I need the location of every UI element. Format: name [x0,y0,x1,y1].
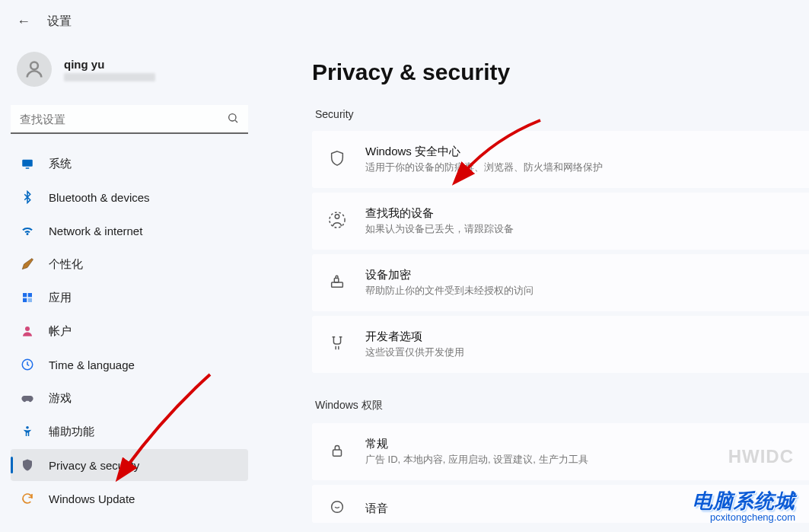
watermark: 电脑系统城 pcxitongcheng.com [693,490,795,523]
svg-rect-14 [334,278,339,282]
svg-rect-5 [28,293,32,297]
card-desc: 帮助防止你的文件受到未经授权的访问 [365,284,533,298]
accessibility-icon [20,425,35,438]
sidebar-item-apps[interactable]: 应用 [11,282,248,314]
svg-point-0 [30,62,38,69]
svg-point-16 [332,502,343,513]
person-icon [20,324,35,338]
apps-icon [20,291,35,304]
page-title: Privacy & security [312,59,809,85]
card-title: 语音 [365,502,388,516]
refresh-icon [20,492,35,505]
svg-point-11 [335,214,339,218]
sidebar-item-label: 应用 [49,291,72,305]
gamepad-icon [20,391,35,405]
sidebar-item-bluetooth[interactable]: Bluetooth & devices [11,181,248,213]
sidebar-item-label: 游戏 [49,391,72,406]
svg-rect-3 [26,167,30,169]
card-desc: 广告 ID, 本地内容, 应用启动, 设置建议, 生产力工具 [365,453,588,467]
brush-icon [20,257,35,271]
card-desc: 如果认为设备已丢失，请跟踪设备 [365,222,514,236]
card-title: Windows 安全中心 [365,145,603,159]
sidebar-item-system[interactable]: 系统 [11,148,248,180]
sidebar-item-label: 帐户 [49,324,72,339]
card-device-encryption[interactable]: 设备加密 帮助防止你的文件受到未经授权的访问 [312,254,809,311]
bluetooth-icon [20,190,35,204]
sidebar-item-personalize[interactable]: 个性化 [11,248,248,280]
card-title: 查找我的设备 [365,206,514,221]
user-name: qing yu [64,58,155,71]
sidebar-item-network[interactable]: Network & internet [11,215,248,247]
sidebar-item-label: 系统 [49,157,72,171]
card-title: 常规 [365,437,588,451]
lock-drive-icon [329,273,349,293]
sidebar-item-privacy[interactable]: Privacy & security [11,449,248,481]
sidebar-item-label: Time & language [49,358,135,371]
sidebar-item-label: 个性化 [49,257,83,272]
sidebar-item-label: Bluetooth & devices [49,191,150,204]
avatar [17,52,52,87]
svg-point-1 [229,114,236,121]
svg-rect-15 [333,450,342,456]
svg-rect-13 [332,282,343,286]
svg-point-8 [25,327,30,331]
card-desc: 这些设置仅供开发使用 [365,346,464,359]
card-find-my-device[interactable]: 查找我的设备 如果认为设备已丢失，请跟踪设备 [312,193,809,250]
back-button[interactable]: ← [17,14,30,30]
window-title: 设置 [47,14,72,30]
sidebar-item-label: Network & internet [49,225,142,237]
sidebar-item-label: Privacy & security [49,459,139,472]
sidebar-item-time[interactable]: Time & language [11,349,248,381]
sidebar-item-update[interactable]: Windows Update [11,483,248,514]
svg-rect-7 [28,298,32,302]
svg-rect-2 [22,160,33,167]
sidebar-item-accessibility[interactable]: 辅助功能 [11,416,248,448]
card-developer-options[interactable]: 开发者选项 这些设置仅供开发使用 [312,316,809,373]
clock-icon [20,358,35,371]
sidebar-item-accounts[interactable]: 帐户 [11,315,248,347]
svg-rect-4 [23,293,27,297]
monitor-icon [20,157,35,170]
shield-icon [20,458,35,472]
sidebar-item-label: 辅助功能 [49,425,94,439]
section-security: Security [315,108,809,120]
card-desc: 适用于你的设备的防病毒、浏览器、防火墙和网络保护 [365,161,603,174]
shield-outline-icon [329,150,349,170]
card-title: 开发者选项 [365,330,464,344]
svg-rect-6 [23,298,27,302]
user-email-redacted [64,73,155,81]
location-person-icon [329,212,349,231]
card-windows-security[interactable]: Windows 安全中心 适用于你的设备的防病毒、浏览器、防火墙和网络保护 [312,131,809,188]
wifi-icon [20,224,35,237]
search-icon [227,112,239,127]
search-input[interactable] [11,105,248,134]
svg-point-10 [26,426,29,429]
card-title: 设备加密 [365,268,533,282]
section-windows-permissions: Windows 权限 [315,399,809,413]
sidebar-item-gaming[interactable]: 游戏 [11,382,248,414]
speech-icon [329,499,349,518]
sidebar-item-label: Windows Update [49,492,135,505]
tools-icon [329,335,349,355]
user-profile[interactable]: qing yu [11,43,248,100]
ghost-watermark: HWIDC [728,446,794,467]
lock-icon [329,442,349,462]
search-box[interactable] [11,105,248,134]
